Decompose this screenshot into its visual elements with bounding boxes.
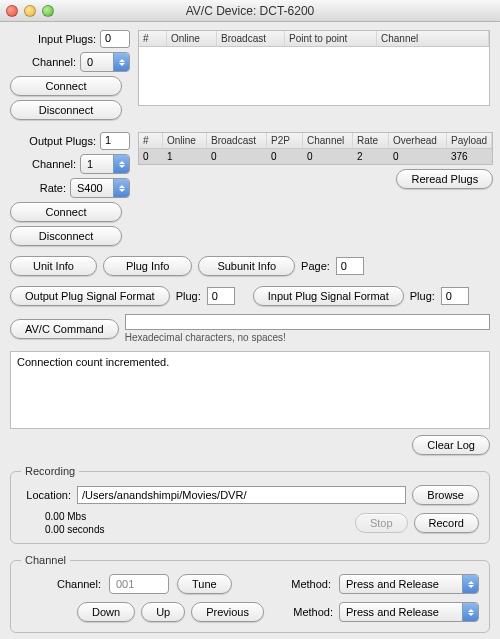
close-icon[interactable]: [6, 5, 18, 17]
window-title: AV/C Device: DCT-6200: [0, 4, 500, 18]
output-signal-format-button[interactable]: Output Plug Signal Format: [10, 286, 170, 306]
th[interactable]: Rate: [353, 133, 389, 148]
chevron-updown-icon: [113, 155, 129, 173]
input-plugs-table[interactable]: # Online Broadcast Point to point Channe…: [138, 30, 490, 106]
th[interactable]: Point to point: [285, 31, 377, 46]
avc-command-button[interactable]: AV/C Command: [10, 319, 119, 339]
chevron-updown-icon: [462, 575, 478, 593]
input-plugs-label: Input Plugs:: [10, 33, 96, 45]
output-rate-label: Rate:: [10, 182, 66, 194]
avc-hint: Hexadecimal characters, no spaces!: [125, 332, 490, 343]
plug-info-button[interactable]: Plug Info: [103, 256, 192, 276]
th[interactable]: #: [139, 133, 163, 148]
output-connect-button[interactable]: Connect: [10, 202, 122, 222]
th[interactable]: Broadcast: [207, 133, 267, 148]
input-channel-label: Channel:: [10, 56, 76, 68]
th[interactable]: Channel: [377, 31, 489, 46]
output-channel-value: 1: [87, 158, 93, 170]
channel-group: Channel Channel: Tune Method: Press and …: [10, 554, 490, 633]
in-plug-label: Plug:: [410, 290, 435, 302]
channel-legend: Channel: [21, 554, 70, 566]
chevron-updown-icon: [462, 603, 478, 621]
channel-input[interactable]: [109, 574, 169, 594]
method2-select[interactable]: Press and Release: [339, 602, 479, 622]
output-rate-value: S400: [77, 182, 103, 194]
zoom-icon[interactable]: [42, 5, 54, 17]
method2-label: Method:: [293, 606, 333, 618]
method1-select[interactable]: Press and Release: [339, 574, 479, 594]
previous-button[interactable]: Previous: [191, 602, 264, 622]
input-disconnect-button[interactable]: Disconnect: [10, 100, 122, 120]
location-label: Location:: [21, 489, 71, 501]
avc-command-input[interactable]: [125, 314, 490, 330]
method2-value: Press and Release: [346, 606, 439, 618]
minimize-icon[interactable]: [24, 5, 36, 17]
th[interactable]: Online: [163, 133, 207, 148]
input-plugs-count: 0: [100, 30, 130, 48]
out-plug-label: Plug:: [176, 290, 201, 302]
location-input[interactable]: [77, 486, 406, 504]
input-channel-value: 0: [87, 56, 93, 68]
method1-label: Method:: [291, 578, 331, 590]
th[interactable]: Online: [167, 31, 217, 46]
log-output[interactable]: Connection count incremented.: [10, 351, 490, 429]
clear-log-button[interactable]: Clear Log: [412, 435, 490, 455]
traffic-lights: [6, 5, 54, 17]
window-titlebar: AV/C Device: DCT-6200: [0, 0, 500, 22]
output-rate-select[interactable]: S400: [70, 178, 130, 198]
channel-label: Channel:: [21, 578, 101, 590]
unit-info-button[interactable]: Unit Info: [10, 256, 97, 276]
recording-legend: Recording: [21, 465, 79, 477]
tune-button[interactable]: Tune: [177, 574, 232, 594]
th[interactable]: Channel: [303, 133, 353, 148]
input-signal-format-button[interactable]: Input Plug Signal Format: [253, 286, 404, 306]
down-button[interactable]: Down: [77, 602, 135, 622]
recording-group: Recording Location: Browse 0.00 Mbs 0.00…: [10, 465, 490, 544]
output-plugs-count: 1: [100, 132, 130, 150]
output-plugs-label: Output Plugs:: [10, 135, 96, 147]
th[interactable]: P2P: [267, 133, 303, 148]
in-plug-input[interactable]: [441, 287, 469, 305]
input-channel-select[interactable]: 0: [80, 52, 130, 72]
output-plugs-table[interactable]: # Online Broadcast P2P Channel Rate Over…: [138, 132, 493, 165]
browse-button[interactable]: Browse: [412, 485, 479, 505]
output-channel-label: Channel:: [10, 158, 76, 170]
up-button[interactable]: Up: [141, 602, 185, 622]
input-connect-button[interactable]: Connect: [10, 76, 122, 96]
th[interactable]: Overhead: [389, 133, 447, 148]
th[interactable]: Payload: [447, 133, 492, 148]
page-label: Page:: [301, 260, 330, 272]
method1-value: Press and Release: [346, 578, 439, 590]
page-input[interactable]: [336, 257, 364, 275]
table-row[interactable]: 0 1 0 0 0 2 0 376: [139, 149, 492, 164]
reread-plugs-button[interactable]: Reread Plugs: [396, 169, 493, 189]
log-line: Connection count incremented.: [17, 356, 169, 368]
out-plug-input[interactable]: [207, 287, 235, 305]
chevron-updown-icon: [113, 179, 129, 197]
chevron-updown-icon: [113, 53, 129, 71]
output-disconnect-button[interactable]: Disconnect: [10, 226, 122, 246]
th[interactable]: #: [139, 31, 167, 46]
th[interactable]: Broadcast: [217, 31, 285, 46]
record-button[interactable]: Record: [414, 513, 479, 533]
subunit-info-button[interactable]: Subunit Info: [198, 256, 295, 276]
output-channel-select[interactable]: 1: [80, 154, 130, 174]
stop-button: Stop: [355, 513, 408, 533]
